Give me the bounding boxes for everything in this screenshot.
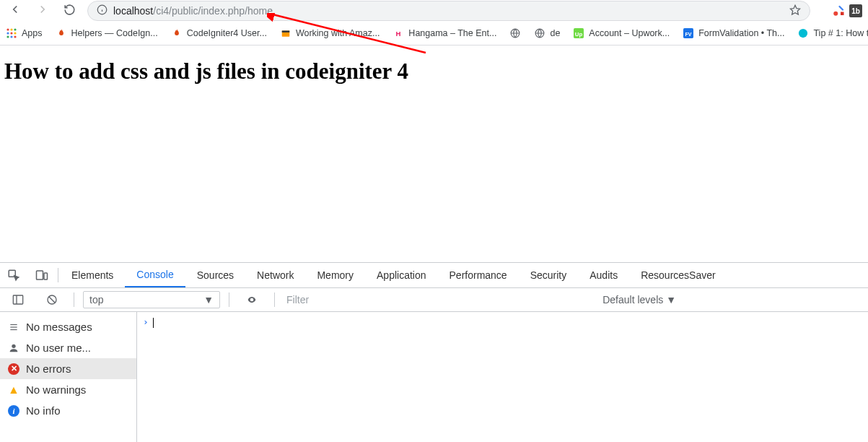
svg-point-10: [14, 28, 16, 30]
sidebar-toggle-icon[interactable]: [4, 288, 32, 311]
svg-point-39: [12, 344, 15, 347]
globe-icon: [509, 27, 521, 39]
device-toolbar-icon[interactable]: [27, 263, 56, 287]
back-button[interactable]: [6, 0, 25, 22]
flame-icon: [56, 27, 67, 39]
forward-button[interactable]: [33, 0, 52, 22]
globe-icon: [534, 27, 545, 39]
bookmark-item[interactable]: H Hangama – The Ent...: [393, 27, 496, 39]
bookmark-label: Apps: [22, 28, 43, 38]
extension-icon[interactable]: 1b: [849, 4, 862, 17]
devtools-tab-elements[interactable]: Elements: [60, 263, 125, 287]
info-icon: i: [7, 404, 20, 417]
devtools-tab-console[interactable]: Console: [125, 263, 185, 287]
svg-point-16: [14, 35, 16, 38]
warning-icon: ▲: [7, 384, 20, 396]
h-icon: H: [393, 27, 404, 39]
context-selector[interactable]: top ▼: [83, 291, 220, 308]
bookmark-label: Helpers — CodeIgn...: [71, 28, 158, 38]
devtools-tab-resourcessaver[interactable]: ResourcesSaver: [629, 263, 727, 287]
svg-point-26: [799, 29, 807, 38]
console-output[interactable]: ›: [137, 312, 868, 442]
upwork-icon: Up: [573, 27, 584, 39]
inspect-element-icon[interactable]: [0, 263, 27, 287]
sidebar-no-user-messages[interactable]: No user me...: [0, 337, 136, 358]
devtools-tab-memory[interactable]: Memory: [305, 263, 365, 287]
svg-line-35: [49, 297, 55, 303]
list-icon: [7, 321, 20, 334]
cyan-icon: [797, 27, 809, 39]
bookmark-label: FormValidation • Th...: [698, 28, 784, 38]
extension-icon[interactable]: [832, 4, 845, 17]
devtools-tab-sources[interactable]: Sources: [185, 263, 245, 287]
clear-console-icon[interactable]: [39, 288, 65, 311]
bookmark-label: Working with Amaz...: [296, 28, 380, 38]
bookmark-item[interactable]: FV FormValidation • Th...: [683, 27, 784, 39]
page-heading: How to add css and js files in codeignit…: [4, 58, 864, 84]
sidebar-no-messages[interactable]: No messages: [0, 316, 136, 337]
box-icon: [280, 27, 291, 39]
bookmark-item[interactable]: Helpers — CodeIgn...: [56, 27, 158, 39]
svg-rect-18: [282, 31, 290, 32]
user-icon: [7, 342, 20, 355]
address-text: localhost/ci4/public/index.php/home: [113, 5, 784, 17]
svg-text:H: H: [396, 30, 401, 38]
svg-point-13: [14, 32, 16, 34]
bookmark-star-icon[interactable]: [789, 4, 801, 18]
console-sidebar: No messages No user me... ✕ No errors ▲ …: [0, 312, 137, 442]
devtools-tab-application[interactable]: Application: [365, 263, 438, 287]
svg-text:FV: FV: [685, 32, 692, 37]
svg-rect-31: [44, 273, 48, 280]
svg-rect-32: [13, 295, 22, 304]
bookmark-item[interactable]: Up Account – Upwork...: [573, 27, 670, 39]
bookmark-label: CodeIgniter4 User...: [187, 28, 267, 38]
svg-point-4: [833, 12, 838, 16]
devtools-tab-audits[interactable]: Audits: [578, 263, 629, 287]
sidebar-no-errors[interactable]: ✕ No errors: [0, 358, 136, 379]
apps-icon: [6, 27, 17, 39]
svg-point-12: [10, 32, 12, 34]
devtools-tab-performance[interactable]: Performance: [438, 263, 519, 287]
bookmark-label: de: [550, 28, 560, 38]
svg-rect-5: [841, 12, 844, 16]
bookmark-label: Account – Upwork...: [589, 28, 670, 38]
svg-rect-30: [37, 271, 43, 280]
address-bar[interactable]: localhost/ci4/public/index.php/home: [87, 1, 810, 21]
bookmark-item[interactable]: Working with Amaz...: [280, 27, 380, 39]
bookmark-item[interactable]: CodeIgniter4 User...: [171, 27, 267, 39]
bookmark-item[interactable]: [509, 27, 521, 39]
svg-point-8: [6, 28, 9, 30]
bookmark-item[interactable]: de: [534, 27, 560, 39]
site-info-icon[interactable]: [97, 4, 108, 17]
chevron-down-icon: ▼: [203, 294, 214, 306]
filter-input[interactable]: [284, 291, 595, 308]
svg-point-9: [10, 28, 12, 30]
bookmark-item[interactable]: Tip # 1: How to r: [797, 27, 868, 39]
devtools-tab-security[interactable]: Security: [519, 263, 579, 287]
error-icon: ✕: [7, 363, 20, 376]
bookmarks-bar: Apps Helpers — CodeIgn... CodeIgniter4 U…: [0, 22, 868, 45]
bookmark-label: Tip # 1: How to r: [813, 28, 868, 38]
sidebar-no-warnings[interactable]: ▲ No warnings: [0, 379, 136, 400]
svg-point-11: [6, 32, 9, 34]
console-prompt-icon: ›: [143, 316, 149, 327]
eye-icon[interactable]: [238, 288, 266, 311]
svg-marker-3: [790, 5, 799, 14]
svg-text:1b: 1b: [851, 7, 860, 15]
devtools-tab-network[interactable]: Network: [245, 263, 305, 287]
console-cursor: [153, 318, 154, 328]
svg-text:Up: Up: [575, 31, 583, 38]
svg-point-14: [6, 35, 9, 38]
svg-point-15: [10, 35, 12, 38]
sidebar-no-info[interactable]: i No info: [0, 400, 136, 421]
bookmark-apps[interactable]: Apps: [6, 27, 43, 39]
flame-icon: [171, 27, 183, 39]
log-levels-selector[interactable]: Default levels ▼: [602, 294, 864, 306]
devtools-panel: Elements Console Sources Network Memory …: [0, 262, 868, 442]
reload-button[interactable]: [61, 1, 79, 22]
bookmark-label: Hangama – The Ent...: [408, 28, 496, 38]
fv-icon: FV: [683, 27, 694, 39]
